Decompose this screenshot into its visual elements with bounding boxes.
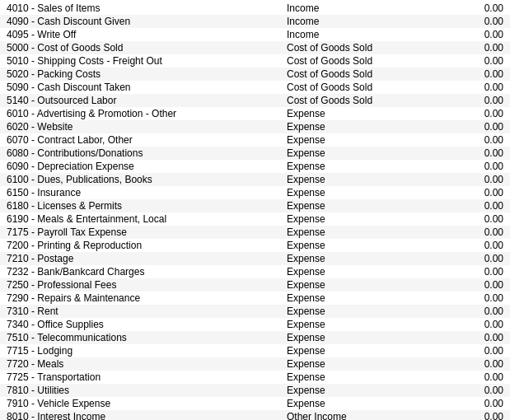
account-type: Expense xyxy=(287,319,435,330)
table-row: 7720 - MealsExpense0.00 xyxy=(0,357,510,371)
table-row: 6080 - Contributions/DonationsExpense0.0… xyxy=(0,147,510,160)
account-type: Expense xyxy=(287,266,435,278)
account-type: Expense xyxy=(287,371,435,383)
table-row: 6190 - Meals & Entertainment, LocalExpen… xyxy=(0,212,510,226)
account-type: Expense xyxy=(287,226,435,238)
account-amount: 0.00 xyxy=(435,16,503,27)
account-amount: 0.00 xyxy=(435,411,503,420)
table-row: 6020 - WebsiteExpense0.00 xyxy=(0,120,510,133)
account-type: Cost of Goods Sold xyxy=(287,95,435,106)
account-name: 6150 - Insurance xyxy=(7,187,287,198)
table-row: 6070 - Contract Labor, OtherExpense0.00 xyxy=(0,133,510,147)
account-name: 7210 - Postage xyxy=(7,253,287,264)
account-amount: 0.00 xyxy=(435,371,503,383)
account-name: 5020 - Packing Costs xyxy=(7,68,287,80)
account-name: 6080 - Contributions/Donations xyxy=(7,147,287,159)
table-row: 6150 - InsuranceExpense0.00 xyxy=(0,186,510,199)
account-name: 7810 - Utilities xyxy=(7,385,287,396)
account-amount: 0.00 xyxy=(435,385,503,396)
account-type: Other Income xyxy=(287,411,435,420)
table-row: 7200 - Printing & ReproductionExpense0.0… xyxy=(0,239,510,252)
account-amount: 0.00 xyxy=(435,108,503,119)
account-type: Expense xyxy=(287,108,435,119)
table-row: 7210 - PostageExpense0.00 xyxy=(0,252,510,265)
account-type: Expense xyxy=(287,306,435,317)
table-row: 6090 - Depreciation ExpenseExpense0.00 xyxy=(0,160,510,173)
account-amount: 0.00 xyxy=(435,147,503,159)
account-type: Income xyxy=(287,2,435,14)
account-type: Expense xyxy=(287,121,435,133)
account-amount: 0.00 xyxy=(435,68,503,80)
account-name: 8010 - Interest Income xyxy=(7,411,287,420)
account-type: Expense xyxy=(287,187,435,198)
accounts-table: 4010 - Sales of ItemsIncome0.004090 - Ca… xyxy=(0,0,510,420)
table-row: 7310 - RentExpense0.00 xyxy=(0,305,510,318)
account-amount: 0.00 xyxy=(435,358,503,370)
table-row: 5140 - Outsourced LaborCost of Goods Sol… xyxy=(0,94,510,107)
account-amount: 0.00 xyxy=(435,82,503,93)
account-type: Expense xyxy=(287,200,435,212)
account-amount: 0.00 xyxy=(435,42,503,54)
account-name: 7510 - Telecommunications xyxy=(7,332,287,343)
table-row: 5020 - Packing CostsCost of Goods Sold0.… xyxy=(0,68,510,81)
account-name: 6180 - Licenses & Permits xyxy=(7,200,287,212)
account-name: 7715 - Lodging xyxy=(7,345,287,357)
account-amount: 0.00 xyxy=(435,187,503,198)
table-row: 8010 - Interest IncomeOther Income0.00 xyxy=(0,410,510,420)
table-row: 4090 - Cash Discount GivenIncome0.00 xyxy=(0,15,510,28)
account-type: Expense xyxy=(287,174,435,185)
table-row: 7250 - Professional FeesExpense0.00 xyxy=(0,278,510,292)
account-type: Expense xyxy=(287,385,435,396)
account-type: Expense xyxy=(287,213,435,225)
account-name: 6020 - Website xyxy=(7,121,287,133)
account-name: 7290 - Repairs & Maintenance xyxy=(7,292,287,304)
table-row: 4010 - Sales of ItemsIncome0.00 xyxy=(0,2,510,15)
table-row: 7810 - UtilitiesExpense0.00 xyxy=(0,384,510,397)
account-name: 7725 - Transportation xyxy=(7,371,287,383)
account-type: Expense xyxy=(287,292,435,304)
account-name: 5000 - Cost of Goods Sold xyxy=(7,42,287,54)
account-amount: 0.00 xyxy=(435,200,503,212)
account-type: Expense xyxy=(287,398,435,409)
account-name: 5090 - Cash Discount Taken xyxy=(7,82,287,93)
account-amount: 0.00 xyxy=(435,55,503,67)
account-name: 5140 - Outsourced Labor xyxy=(7,95,287,106)
account-name: 4010 - Sales of Items xyxy=(7,2,287,14)
account-name: 6010 - Advertising & Promotion - Other xyxy=(7,108,287,119)
account-name: 6090 - Depreciation Expense xyxy=(7,161,287,172)
table-row: 7715 - LodgingExpense0.00 xyxy=(0,344,510,357)
account-name: 4095 - Write Off xyxy=(7,29,287,40)
table-row: 5010 - Shipping Costs - Freight OutCost … xyxy=(0,54,510,68)
account-type: Expense xyxy=(287,240,435,251)
table-row: 7910 - Vehicle ExpenseExpense0.00 xyxy=(0,397,510,410)
account-amount: 0.00 xyxy=(435,161,503,172)
account-type: Cost of Goods Sold xyxy=(287,55,435,67)
account-type: Expense xyxy=(287,161,435,172)
table-row: 7340 - Office SuppliesExpense0.00 xyxy=(0,318,510,331)
account-amount: 0.00 xyxy=(435,306,503,317)
table-row: 7290 - Repairs & MaintenanceExpense0.00 xyxy=(0,292,510,305)
account-name: 4090 - Cash Discount Given xyxy=(7,16,287,27)
account-name: 7310 - Rent xyxy=(7,306,287,317)
account-type: Expense xyxy=(287,358,435,370)
account-name: 6070 - Contract Labor, Other xyxy=(7,134,287,146)
account-name: 7340 - Office Supplies xyxy=(7,319,287,330)
table-row: 5000 - Cost of Goods SoldCost of Goods S… xyxy=(0,41,510,54)
account-type: Income xyxy=(287,29,435,40)
table-row: 5090 - Cash Discount TakenCost of Goods … xyxy=(0,81,510,94)
account-type: Cost of Goods Sold xyxy=(287,68,435,80)
account-name: 7910 - Vehicle Expense xyxy=(7,398,287,409)
account-amount: 0.00 xyxy=(435,121,503,133)
account-type: Expense xyxy=(287,279,435,291)
account-type: Expense xyxy=(287,253,435,264)
table-row: 7232 - Bank/Bankcard ChargesExpense0.00 xyxy=(0,265,510,278)
account-name: 6190 - Meals & Entertainment, Local xyxy=(7,213,287,225)
account-name: 7175 - Payroll Tax Expense xyxy=(7,226,287,238)
account-type: Expense xyxy=(287,134,435,146)
account-amount: 0.00 xyxy=(435,240,503,251)
account-amount: 0.00 xyxy=(435,292,503,304)
account-type: Expense xyxy=(287,332,435,343)
account-type: Cost of Goods Sold xyxy=(287,82,435,93)
account-name: 7200 - Printing & Reproduction xyxy=(7,240,287,251)
account-name: 7232 - Bank/Bankcard Charges xyxy=(7,266,287,278)
